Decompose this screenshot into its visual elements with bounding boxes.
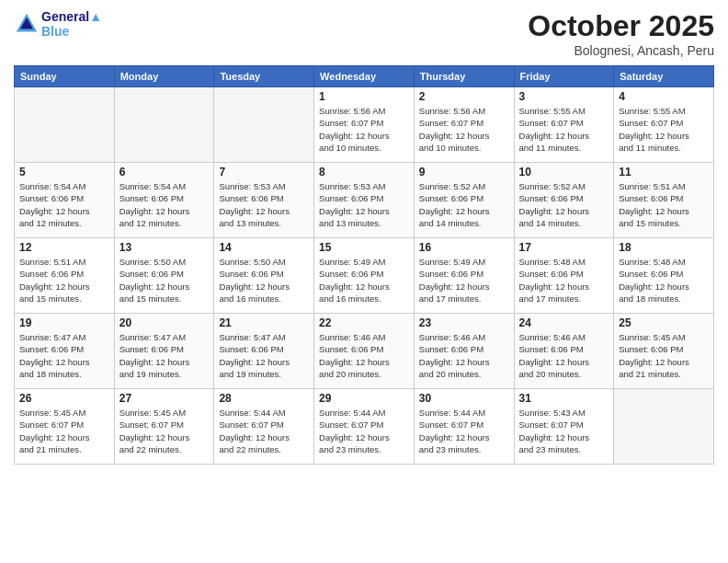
title-block: October 2025 Bolognesi, Ancash, Peru <box>528 9 714 58</box>
day-number: 19 <box>19 316 109 329</box>
day-info: Sunrise: 5:55 AMSunset: 6:07 PMDaylight:… <box>519 105 609 154</box>
logo-icon <box>14 11 40 37</box>
calendar: SundayMondayTuesdayWednesdayThursdayFrid… <box>14 65 714 465</box>
calendar-cell: 17Sunrise: 5:48 AMSunset: 6:06 PMDayligh… <box>514 238 614 314</box>
calendar-cell: 31Sunrise: 5:43 AMSunset: 6:07 PMDayligh… <box>514 389 614 465</box>
day-info: Sunrise: 5:54 AMSunset: 6:06 PMDaylight:… <box>119 180 210 229</box>
day-number: 31 <box>519 392 609 405</box>
day-number: 11 <box>619 166 709 178</box>
day-number: 9 <box>419 166 509 178</box>
calendar-cell <box>614 389 714 465</box>
week-row-0: 1Sunrise: 5:56 AMSunset: 6:07 PMDaylight… <box>15 87 714 163</box>
day-number: 20 <box>119 316 210 329</box>
day-info: Sunrise: 5:49 AMSunset: 6:06 PMDaylight:… <box>319 256 409 304</box>
day-number: 23 <box>419 316 509 329</box>
day-info: Sunrise: 5:51 AMSunset: 6:06 PMDaylight:… <box>619 180 709 229</box>
day-number: 17 <box>519 241 609 254</box>
day-info: Sunrise: 5:50 AMSunset: 6:06 PMDaylight:… <box>219 256 309 304</box>
calendar-cell: 26Sunrise: 5:45 AMSunset: 6:07 PMDayligh… <box>15 389 115 465</box>
calendar-cell: 15Sunrise: 5:49 AMSunset: 6:06 PMDayligh… <box>314 238 415 314</box>
calendar-cell: 28Sunrise: 5:44 AMSunset: 6:07 PMDayligh… <box>214 389 314 465</box>
day-info: Sunrise: 5:55 AMSunset: 6:07 PMDaylight:… <box>619 105 709 154</box>
calendar-cell: 23Sunrise: 5:46 AMSunset: 6:06 PMDayligh… <box>414 314 514 389</box>
day-info: Sunrise: 5:47 AMSunset: 6:06 PMDaylight:… <box>119 331 210 380</box>
day-number: 28 <box>219 392 309 405</box>
calendar-cell: 16Sunrise: 5:49 AMSunset: 6:06 PMDayligh… <box>414 238 514 314</box>
day-info: Sunrise: 5:51 AMSunset: 6:06 PMDaylight:… <box>19 256 109 304</box>
col-header-friday: Friday <box>514 66 614 87</box>
week-row-2: 12Sunrise: 5:51 AMSunset: 6:06 PMDayligh… <box>15 238 714 314</box>
calendar-cell: 3Sunrise: 5:55 AMSunset: 6:07 PMDaylight… <box>514 87 614 163</box>
day-number: 21 <box>219 316 309 329</box>
week-row-4: 26Sunrise: 5:45 AMSunset: 6:07 PMDayligh… <box>15 389 714 465</box>
calendar-cell <box>214 87 314 163</box>
calendar-cell: 20Sunrise: 5:47 AMSunset: 6:06 PMDayligh… <box>114 314 214 389</box>
day-number: 6 <box>119 166 210 178</box>
day-info: Sunrise: 5:44 AMSunset: 6:07 PMDaylight:… <box>419 407 509 455</box>
day-number: 1 <box>319 90 409 103</box>
calendar-cell: 11Sunrise: 5:51 AMSunset: 6:06 PMDayligh… <box>614 163 714 238</box>
day-info: Sunrise: 5:47 AMSunset: 6:06 PMDaylight:… <box>19 331 109 380</box>
day-info: Sunrise: 5:48 AMSunset: 6:06 PMDaylight:… <box>519 256 609 304</box>
calendar-cell: 9Sunrise: 5:52 AMSunset: 6:06 PMDaylight… <box>414 163 514 238</box>
day-number: 3 <box>519 90 609 103</box>
calendar-cell: 10Sunrise: 5:52 AMSunset: 6:06 PMDayligh… <box>514 163 614 238</box>
location: Bolognesi, Ancash, Peru <box>528 43 714 58</box>
day-number: 29 <box>319 392 409 405</box>
calendar-cell: 29Sunrise: 5:44 AMSunset: 6:07 PMDayligh… <box>314 389 415 465</box>
col-header-tuesday: Tuesday <box>214 66 314 87</box>
calendar-cell: 7Sunrise: 5:53 AMSunset: 6:06 PMDaylight… <box>214 163 314 238</box>
calendar-cell <box>114 87 214 163</box>
day-info: Sunrise: 5:50 AMSunset: 6:06 PMDaylight:… <box>119 256 210 304</box>
calendar-cell: 5Sunrise: 5:54 AMSunset: 6:06 PMDaylight… <box>15 163 115 238</box>
day-number: 27 <box>119 392 210 405</box>
calendar-cell: 22Sunrise: 5:46 AMSunset: 6:06 PMDayligh… <box>314 314 415 389</box>
day-number: 12 <box>19 241 109 254</box>
day-number: 13 <box>119 241 210 254</box>
day-info: Sunrise: 5:52 AMSunset: 6:06 PMDaylight:… <box>419 180 509 229</box>
calendar-cell: 21Sunrise: 5:47 AMSunset: 6:06 PMDayligh… <box>214 314 314 389</box>
col-header-wednesday: Wednesday <box>314 66 415 87</box>
calendar-cell: 25Sunrise: 5:45 AMSunset: 6:06 PMDayligh… <box>614 314 714 389</box>
day-info: Sunrise: 5:46 AMSunset: 6:06 PMDaylight:… <box>419 331 509 380</box>
day-number: 8 <box>319 166 409 178</box>
week-row-1: 5Sunrise: 5:54 AMSunset: 6:06 PMDaylight… <box>15 163 714 238</box>
day-number: 4 <box>619 90 709 103</box>
calendar-cell: 13Sunrise: 5:50 AMSunset: 6:06 PMDayligh… <box>114 238 214 314</box>
day-info: Sunrise: 5:52 AMSunset: 6:06 PMDaylight:… <box>519 180 609 229</box>
day-number: 26 <box>19 392 109 405</box>
calendar-cell: 27Sunrise: 5:45 AMSunset: 6:07 PMDayligh… <box>114 389 214 465</box>
week-row-3: 19Sunrise: 5:47 AMSunset: 6:06 PMDayligh… <box>15 314 714 389</box>
header: General▲ Blue October 2025 Bolognesi, An… <box>14 9 714 58</box>
calendar-cell: 4Sunrise: 5:55 AMSunset: 6:07 PMDaylight… <box>614 87 714 163</box>
calendar-cell <box>15 87 115 163</box>
calendar-cell: 8Sunrise: 5:53 AMSunset: 6:06 PMDaylight… <box>314 163 415 238</box>
calendar-cell: 19Sunrise: 5:47 AMSunset: 6:06 PMDayligh… <box>15 314 115 389</box>
day-info: Sunrise: 5:49 AMSunset: 6:06 PMDaylight:… <box>419 256 509 304</box>
day-number: 30 <box>419 392 509 405</box>
day-info: Sunrise: 5:47 AMSunset: 6:06 PMDaylight:… <box>219 331 309 380</box>
calendar-header-row: SundayMondayTuesdayWednesdayThursdayFrid… <box>15 66 714 87</box>
day-info: Sunrise: 5:54 AMSunset: 6:06 PMDaylight:… <box>19 180 109 229</box>
calendar-cell: 2Sunrise: 5:56 AMSunset: 6:07 PMDaylight… <box>414 87 514 163</box>
day-number: 25 <box>619 316 709 329</box>
calendar-cell: 14Sunrise: 5:50 AMSunset: 6:06 PMDayligh… <box>214 238 314 314</box>
calendar-cell: 30Sunrise: 5:44 AMSunset: 6:07 PMDayligh… <box>414 389 514 465</box>
calendar-cell: 18Sunrise: 5:48 AMSunset: 6:06 PMDayligh… <box>614 238 714 314</box>
day-number: 14 <box>219 241 309 254</box>
day-info: Sunrise: 5:45 AMSunset: 6:06 PMDaylight:… <box>619 331 709 380</box>
day-info: Sunrise: 5:45 AMSunset: 6:07 PMDaylight:… <box>119 407 210 455</box>
calendar-cell: 1Sunrise: 5:56 AMSunset: 6:07 PMDaylight… <box>314 87 415 163</box>
col-header-monday: Monday <box>114 66 214 87</box>
col-header-sunday: Sunday <box>15 66 115 87</box>
logo-text: General▲ Blue <box>41 9 102 39</box>
day-info: Sunrise: 5:43 AMSunset: 6:07 PMDaylight:… <box>519 407 609 455</box>
day-number: 18 <box>619 241 709 254</box>
day-number: 5 <box>19 166 109 178</box>
calendar-cell: 12Sunrise: 5:51 AMSunset: 6:06 PMDayligh… <box>15 238 115 314</box>
month-title: October 2025 <box>528 9 714 43</box>
day-info: Sunrise: 5:46 AMSunset: 6:06 PMDaylight:… <box>319 331 409 380</box>
day-info: Sunrise: 5:48 AMSunset: 6:06 PMDaylight:… <box>619 256 709 304</box>
day-info: Sunrise: 5:56 AMSunset: 6:07 PMDaylight:… <box>319 105 409 154</box>
day-number: 10 <box>519 166 609 178</box>
